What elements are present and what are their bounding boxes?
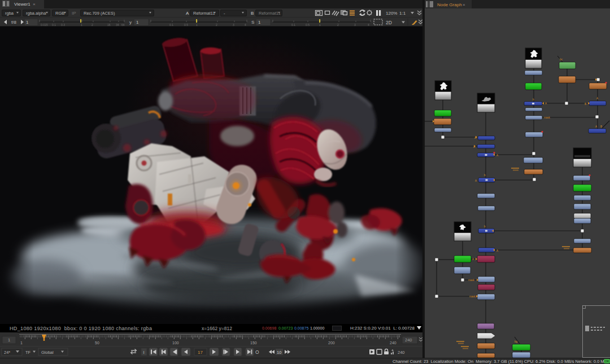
svg-text:Global: Global (41, 350, 54, 355)
svg-text:bc: bc (560, 58, 563, 61)
svg-text:O: O (255, 349, 259, 355)
svg-text:TF: TF (25, 350, 31, 355)
svg-text:A: A (596, 97, 598, 100)
svg-text:B: B (600, 125, 602, 128)
svg-text:100: 100 (172, 341, 179, 345)
svg-text:200: 200 (328, 341, 335, 345)
svg-text:240: 240 (390, 341, 396, 345)
svg-text:1:1: 1:1 (399, 11, 406, 16)
svg-text:1: 1 (26, 20, 29, 25)
svg-text:1: 1 (136, 20, 139, 25)
svg-text:×: × (463, 2, 465, 7)
svg-text:f/8: f/8 (11, 20, 16, 25)
svg-text:mask: mask (468, 279, 475, 282)
svg-text:2D: 2D (386, 20, 392, 25)
svg-text:A: A (595, 125, 597, 128)
svg-text:17: 17 (198, 350, 203, 355)
svg-text:y: y (129, 20, 132, 25)
svg-text:Node Graph: Node Graph (437, 2, 462, 7)
svg-text:I: I (143, 350, 145, 355)
svg-text:S: S (251, 20, 254, 25)
svg-text:240: 240 (405, 337, 412, 343)
svg-text:50: 50 (95, 341, 99, 345)
svg-text:240: 240 (398, 350, 405, 355)
svg-text:B: B (585, 103, 586, 106)
svg-text:A: A (475, 179, 477, 182)
svg-text:mask: mask (469, 295, 476, 298)
svg-text:10: 10 (277, 350, 281, 355)
svg-text:mask: mask (544, 116, 551, 119)
svg-text:24*: 24* (4, 350, 10, 355)
svg-text:A: A (496, 249, 498, 252)
svg-text:1: 1 (8, 337, 10, 343)
svg-text:120%: 120% (386, 11, 397, 16)
svg-text:1: 1 (258, 20, 261, 25)
svg-text:A: A (472, 258, 474, 261)
svg-text:A: A (496, 154, 498, 157)
svg-text:150: 150 (250, 341, 257, 345)
svg-text:bg: bg (515, 340, 518, 343)
svg-text:1: 1 (20, 341, 23, 345)
svg-text:A: A (545, 102, 547, 105)
